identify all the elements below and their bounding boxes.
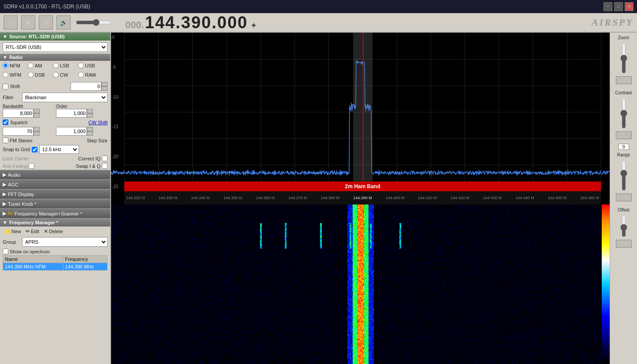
tuner-label: Tuner Knob * xyxy=(8,201,36,207)
radio-header[interactable]: ▼ Radio xyxy=(0,54,110,61)
snap-select[interactable]: 12.5 kHz 5 kHz 25 kHz xyxy=(39,145,79,154)
settings-button[interactable]: ⚙ xyxy=(39,15,53,30)
volume-slider[interactable] xyxy=(76,18,111,27)
order-input[interactable] xyxy=(56,109,87,118)
mode-wfm: WFM xyxy=(3,72,27,78)
y-axis: 0 -5 -10 -15 -20 -25 xyxy=(111,33,124,191)
lsb-label: LSB xyxy=(60,63,69,68)
y-label-15: -15 xyxy=(111,124,124,129)
mode-cw: CW xyxy=(53,72,77,78)
nfm-radio[interactable] xyxy=(3,63,8,68)
bandwidth-up[interactable]: ▲ xyxy=(34,109,40,113)
swap-iq-section: Swap I & Q xyxy=(76,163,108,169)
freq-label-14: 144.460 M xyxy=(580,196,599,200)
freq-label-10: 144.420 M xyxy=(451,196,469,200)
new-icon: 🌟 xyxy=(4,228,11,234)
shift-checkbox[interactable] xyxy=(3,84,8,89)
swap-iq-checkbox[interactable] xyxy=(102,163,108,169)
wfm-radio[interactable] xyxy=(3,72,8,78)
menu-button[interactable]: ☰ xyxy=(4,15,18,30)
contrast-slider[interactable] xyxy=(619,98,628,129)
freq-mgr-section: ▼ Frequency Manager * 🌟 New ✏ Edit ✕ Del… xyxy=(0,218,110,273)
cwshift-wrap: ▲ ▼ xyxy=(56,127,108,136)
waterfall-display[interactable] xyxy=(111,204,610,364)
spectrum-grid xyxy=(124,33,601,191)
grid-v-13 xyxy=(567,33,567,191)
show-spectrum-checkbox[interactable] xyxy=(3,249,8,254)
am-label: AM xyxy=(35,63,42,68)
cwshift-input[interactable] xyxy=(56,127,87,136)
new-button[interactable]: 🌟 New xyxy=(3,228,22,235)
bw-order-row: Bandwidth ▲ ▼ Order ▲ xyxy=(0,103,110,119)
shift-down[interactable]: ▼ xyxy=(101,86,108,91)
pin-icon[interactable]: ✦ xyxy=(250,21,257,30)
delete-button[interactable]: ✕ Delete xyxy=(42,228,64,235)
freq-scanner-section[interactable]: ▶ fm Frequency Manager+Scanner * xyxy=(0,208,110,218)
squelch-checkbox[interactable] xyxy=(3,119,8,125)
tuner-arrow: ▶ xyxy=(3,201,6,207)
filter-row: Filter Blackman Hamming Hann Rectangular xyxy=(0,92,110,103)
correct-iq-checkbox[interactable] xyxy=(102,156,108,161)
usb-radio[interactable] xyxy=(78,63,84,68)
filter-select[interactable]: Blackman Hamming Hann Rectangular xyxy=(22,93,108,102)
snap-checkbox[interactable] xyxy=(32,147,37,152)
squelch-down[interactable]: ▼ xyxy=(34,131,40,136)
order-up[interactable]: ▲ xyxy=(87,109,93,113)
shift-input[interactable] xyxy=(71,82,101,91)
close-button[interactable]: ✕ xyxy=(625,2,633,11)
raw-radio[interactable] xyxy=(78,72,84,78)
agc-section[interactable]: ▶ AGC xyxy=(0,179,110,189)
freq-mgr-header[interactable]: ▼ Frequency Manager * xyxy=(0,219,110,227)
source-select[interactable]: RTL-SDR (USB) RTL-SDR (TCP) Audio Device xyxy=(3,42,108,52)
minimize-button[interactable]: ─ xyxy=(603,2,612,11)
squelch-up[interactable]: ▲ xyxy=(34,127,40,131)
cwshift-up[interactable]: ▲ xyxy=(87,127,93,131)
freq-label-3: 144.350 M xyxy=(224,196,242,200)
fmstereo-checkbox[interactable] xyxy=(3,137,8,143)
range-display: 9 xyxy=(618,144,629,150)
table-row[interactable]: 144.390 MHz NFM 144.390 MHz xyxy=(3,263,108,271)
tuner-section[interactable]: ▶ Tuner Knob * xyxy=(0,199,110,208)
squelch-row: Squelch CW Shift xyxy=(0,119,110,126)
freq-label-5: 144.370 M xyxy=(288,196,307,200)
show-spectrum-row: Show on spectrum xyxy=(0,248,110,255)
order-down[interactable]: ▼ xyxy=(87,113,93,118)
cwshift-down[interactable]: ▼ xyxy=(87,131,93,136)
zoom-slider[interactable] xyxy=(619,43,628,74)
offset-slider-thumb xyxy=(616,240,632,248)
edit-button[interactable]: ✏ Edit xyxy=(24,228,41,235)
offset-slider[interactable] xyxy=(619,215,628,237)
bandwidth-label: Bandwidth xyxy=(3,104,54,109)
volume-button[interactable]: 🔊 xyxy=(56,15,71,30)
shift-up[interactable]: ▲ xyxy=(101,82,108,86)
bandwidth-down[interactable]: ▼ xyxy=(34,113,40,118)
order-input-wrap: ▲ ▼ xyxy=(56,109,108,118)
stop-button[interactable]: ■ xyxy=(21,15,35,30)
frequency-display: 000. 144.390.000 ✦ xyxy=(125,13,257,32)
cw-label: CW xyxy=(60,72,68,78)
fft-section[interactable]: ▶ FFT Display xyxy=(0,189,110,199)
raw-label: RAW xyxy=(85,72,96,78)
grid-v-3 xyxy=(227,33,227,191)
range-slider[interactable] xyxy=(619,160,628,191)
grid-v-9 xyxy=(431,33,431,191)
fmstereo-stepsize-row: FM Stereo Step Size xyxy=(0,137,110,144)
dsb-radio[interactable] xyxy=(28,72,34,78)
squelch-input[interactable] xyxy=(3,127,34,136)
cw-radio[interactable] xyxy=(53,72,59,78)
anti-fading-checkbox[interactable] xyxy=(29,163,34,169)
source-header[interactable]: ▼ Source: RTL-SDR (USB) xyxy=(0,33,110,41)
am-radio[interactable] xyxy=(28,63,34,68)
audio-section[interactable]: ▶ Audio xyxy=(0,170,110,179)
contrast-slider-thumb xyxy=(616,131,632,139)
grid-v-11 xyxy=(499,33,499,191)
bandwidth-input[interactable] xyxy=(3,109,34,118)
lsb-radio[interactable] xyxy=(53,63,59,68)
cw-shift-link[interactable]: CW Shift xyxy=(89,120,108,125)
grid-v-10 xyxy=(465,33,465,191)
freq-table: Name Frequency 144.390 MHz NFM 144.390 M… xyxy=(3,255,108,271)
group-select[interactable]: APRS Amateur Broadcast Aviation xyxy=(22,237,108,247)
antifading-swapiq-row: Anti-Fading Swap I & Q xyxy=(0,162,110,170)
maximize-button[interactable]: □ xyxy=(614,2,623,11)
lock-correctiq-row: Lock Carrier Correct IQ xyxy=(0,155,110,162)
